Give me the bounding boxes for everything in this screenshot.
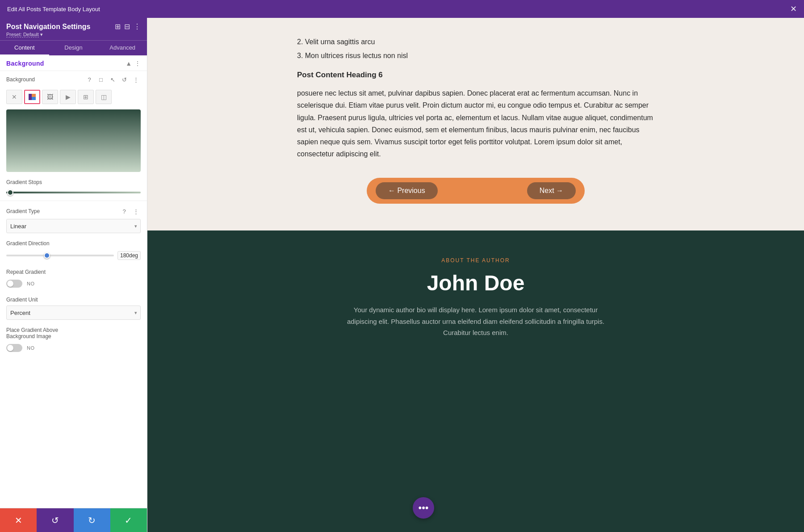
top-bar-title: Edit All Posts Template Body Layout [7, 6, 100, 13]
fab-button[interactable]: ••• [413, 497, 434, 519]
nav-buttons-wrapper: ← Previous Next → [174, 178, 777, 204]
redo-button[interactable]: ↻ [74, 508, 110, 532]
reset-icon[interactable]: ↺ [119, 75, 129, 84]
gradient-stop-thumb[interactable] [7, 189, 13, 196]
background-field-icons: ? □ ↖ ↺ ⋮ [84, 75, 141, 84]
section-menu-icon[interactable]: ⋮ [134, 60, 141, 67]
background-label: Background [6, 76, 35, 83]
svg-rect-2 [32, 97, 36, 100]
previous-label: ← Previous [388, 187, 425, 195]
place-gradient-section: Place Gradient Above Background Image NO [0, 323, 147, 357]
previous-button[interactable]: ← Previous [376, 182, 438, 199]
place-gradient-toggle-row: NO [6, 342, 141, 354]
place-gradient-label: Place Gradient Above Background Image [6, 327, 141, 339]
tab-advanced[interactable]: Advanced [98, 41, 147, 55]
cancel-button[interactable]: ✕ [0, 508, 37, 532]
place-gradient-toggle[interactable] [6, 344, 22, 352]
bg-type-mask[interactable]: ◫ [96, 90, 112, 104]
top-bar: Edit All Posts Template Body Layout ✕ [0, 0, 804, 18]
gradient-type-section: Gradient Type ? ⋮ Linear Radial ▾ [0, 203, 147, 237]
bg-type-color[interactable] [24, 90, 40, 104]
gradient-unit-select-wrapper: Percent Pixels ▾ [6, 306, 141, 320]
undo-icon: ↺ [51, 515, 59, 526]
direction-slider[interactable] [6, 252, 114, 259]
pointer-icon[interactable]: ↖ [108, 75, 117, 84]
bg-type-image[interactable]: 🖼 [42, 90, 58, 104]
repeat-gradient-toggle-row: NO [6, 278, 141, 289]
collapse-icon[interactable]: ▲ [126, 60, 132, 67]
gradient-preview[interactable] [6, 109, 141, 172]
gradient-type-icons: ? ⋮ [119, 206, 141, 216]
direction-value[interactable]: 180deg [117, 251, 141, 260]
panel-header: Post Navigation Settings ⊞ ⊟ ⋮ Preset: D… [0, 18, 147, 40]
panel-body: Background ▲ ⋮ Background ? □ ↖ ↺ ⋮ [0, 55, 147, 508]
author-section: ABOUT THE AUTHOR John Doe Your dynamic a… [147, 230, 804, 532]
menu-icon[interactable]: ⋮ [134, 22, 141, 31]
minimize-icon[interactable]: ⊟ [124, 22, 130, 31]
panel-preset[interactable]: Preset: Default ▾ [6, 32, 141, 38]
gradient-type-label: Gradient Type [6, 208, 40, 214]
main-layout: Post Navigation Settings ⊞ ⊟ ⋮ Preset: D… [0, 18, 804, 532]
save-button[interactable]: ✓ [110, 508, 147, 532]
help-icon[interactable]: ? [84, 75, 94, 84]
close-icon[interactable]: ✕ [790, 4, 797, 14]
responsive-icon[interactable]: □ [96, 75, 106, 84]
author-section-label: ABOUT THE AUTHOR [165, 257, 786, 264]
numbered-list: 2. Velit urna sagittis arcu 3. Mon ultri… [297, 36, 654, 62]
panel-title-row: Post Navigation Settings ⊞ ⊟ ⋮ [6, 22, 141, 31]
repeat-gradient-toggle-label: NO [27, 281, 35, 286]
direction-thumb[interactable] [44, 252, 50, 259]
author-bio: Your dynamic author bio will display her… [342, 304, 610, 339]
bg-type-none[interactable]: ✕ [6, 90, 22, 104]
undo-button[interactable]: ↺ [37, 508, 73, 532]
expand-icon[interactable]: ⊞ [115, 22, 121, 31]
gradient-type-header: Gradient Type ? ⋮ [6, 206, 141, 216]
left-panel: Post Navigation Settings ⊞ ⊟ ⋮ Preset: D… [0, 18, 147, 532]
divider-1 [0, 201, 147, 201]
save-icon: ✓ [125, 515, 132, 526]
list-item-2: 3. Mon ultrices risus lectus non nisl [297, 50, 654, 62]
post-heading: Post Content Heading 6 [297, 69, 654, 82]
gradient-type-help[interactable]: ? [119, 206, 129, 216]
bg-type-video[interactable]: ▶ [60, 90, 76, 104]
author-name: John Doe [165, 271, 786, 295]
post-body: posuere nec lectus sit amet, pulvinar da… [297, 87, 654, 160]
gradient-stops-section: Gradient Stops [0, 176, 147, 199]
fab-icon: ••• [418, 502, 428, 514]
background-field-row: Background ? □ ↖ ↺ ⋮ [0, 71, 147, 88]
gradient-direction-header: Gradient Direction [6, 240, 141, 247]
place-gradient-toggle-label: NO [27, 345, 35, 351]
tab-content[interactable]: Content [0, 41, 49, 55]
place-gradient-toggle-knob [7, 345, 13, 351]
bottom-toolbar: ✕ ↺ ↻ ✓ [0, 508, 147, 532]
more-icon[interactable]: ⋮ [131, 75, 141, 84]
next-button[interactable]: Next → [527, 182, 576, 199]
section-controls: ▲ ⋮ [126, 60, 141, 67]
bg-type-pattern[interactable]: ⊞ [78, 90, 94, 104]
direction-row: 180deg [6, 249, 141, 262]
gradient-type-select[interactable]: Linear Radial [6, 219, 141, 233]
svg-rect-0 [29, 94, 32, 100]
panel-title-icons: ⊞ ⊟ ⋮ [115, 22, 141, 31]
gradient-direction-label: Gradient Direction [6, 240, 50, 247]
gradient-unit-header: Gradient Unit [6, 297, 141, 303]
gradient-direction-section: Gradient Direction 180deg [0, 237, 147, 265]
gradient-stops-label: Gradient Stops [6, 179, 141, 185]
toggle-knob [7, 281, 13, 287]
gradient-type-more[interactable]: ⋮ [131, 206, 141, 216]
repeat-gradient-label: Repeat Gradient [6, 269, 141, 275]
next-label: Next → [540, 187, 563, 195]
tab-design[interactable]: Design [49, 41, 98, 55]
section-header: Background ▲ ⋮ [0, 55, 147, 71]
tab-bar: Content Design Advanced [0, 40, 147, 55]
nav-buttons-container: ← Previous Next → [367, 178, 585, 204]
repeat-gradient-toggle[interactable] [6, 280, 22, 288]
gradient-unit-select[interactable]: Percent Pixels [6, 306, 141, 320]
post-text: 2. Velit urna sagittis arcu 3. Mon ultri… [297, 36, 654, 160]
gradient-unit-label: Gradient Unit [6, 297, 38, 303]
cancel-icon: ✕ [15, 515, 22, 526]
post-area: 2. Velit urna sagittis arcu 3. Mon ultri… [147, 18, 804, 230]
bg-type-row: ✕ 🖼 ▶ ⊞ ◫ [0, 88, 147, 108]
gradient-stops-slider[interactable] [6, 189, 141, 196]
right-content: 2. Velit urna sagittis arcu 3. Mon ultri… [147, 18, 804, 532]
